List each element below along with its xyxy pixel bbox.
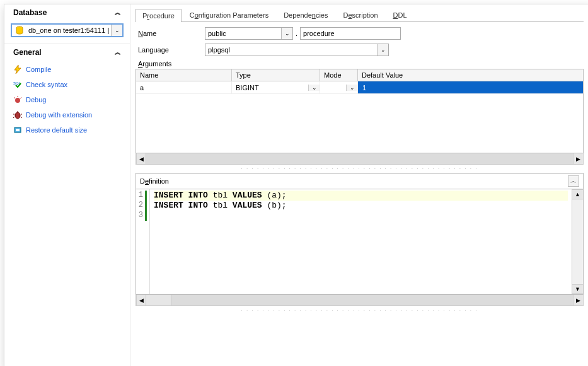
args-horizontal-scrollbar[interactable]: ◀ ▶ xyxy=(135,153,584,165)
sidebar-section-general[interactable]: General ︽ xyxy=(4,44,130,61)
definition-label: Definition xyxy=(140,177,169,185)
arg-cell-type[interactable]: BIGINT ⌄ xyxy=(232,81,320,93)
arg-cell-name[interactable]: a xyxy=(136,81,232,93)
col-header-mode[interactable]: Mode xyxy=(320,69,358,81)
nav-item-label: Check syntax xyxy=(26,81,67,88)
dropdown-icon[interactable]: ⌄ xyxy=(308,85,320,91)
arg-cell-mode[interactable]: ⌄ xyxy=(320,81,358,93)
tab-dependencies[interactable]: Dependencies xyxy=(277,8,335,21)
nav-item-label: Debug with extension xyxy=(26,111,92,119)
svg-rect-5 xyxy=(16,129,20,131)
col-header-name[interactable]: Name xyxy=(136,69,232,81)
nav-item-debug-extension[interactable]: Debug with extension xyxy=(9,107,125,122)
database-combo[interactable]: db_one on tester1:54111 | ⌄ xyxy=(11,23,124,37)
collapse-icon[interactable]: ︽ xyxy=(115,48,121,57)
language-combo[interactable]: plpgsql ⌄ xyxy=(205,44,389,56)
nav-item-check-syntax[interactable]: SQL Check syntax xyxy=(9,77,125,92)
form-row-arguments-label: Arguments xyxy=(135,60,584,68)
name-input[interactable] xyxy=(300,27,401,40)
dropdown-icon[interactable]: ⌄ xyxy=(377,44,388,56)
code-line[interactable] xyxy=(154,211,568,221)
dropdown-icon[interactable]: ⌄ xyxy=(346,85,357,91)
tab-description[interactable]: Description xyxy=(336,8,384,21)
bug-icon xyxy=(12,110,23,120)
database-icon xyxy=(14,25,25,35)
bolt-icon xyxy=(12,64,23,74)
nav-item-label: Compile xyxy=(26,66,51,73)
editor-gutter: 1 2 3 xyxy=(136,189,150,294)
editor-horizontal-scrollbar[interactable]: ◀ ▶ xyxy=(135,295,584,306)
line-number: 2 xyxy=(136,201,147,211)
nav-item-compile[interactable]: Compile xyxy=(9,62,125,77)
nav-item-label: Debug xyxy=(26,96,46,103)
arguments-grid-header: Name Type Mode Default Value xyxy=(136,69,583,81)
restore-size-icon xyxy=(12,125,23,135)
scroll-thumb[interactable] xyxy=(146,295,171,305)
code-line[interactable]: INSERT INTO tbl VALUES (a); xyxy=(154,191,568,201)
debug-icon xyxy=(12,95,23,105)
nav-item-restore-size[interactable]: Restore default size xyxy=(9,122,125,138)
line-number: 1 xyxy=(136,191,147,201)
collapse-up-icon[interactable]: ︿ xyxy=(568,175,579,187)
definition-header: Definition ︿ xyxy=(135,173,584,189)
sql-editor[interactable]: 1 2 3 INSERT INTO tbl VALUES (a); INSERT… xyxy=(135,189,584,295)
check-syntax-icon: SQL xyxy=(12,80,23,90)
svg-point-3 xyxy=(15,112,20,119)
nav-item-label: Restore default size xyxy=(26,126,87,134)
scroll-left-icon[interactable]: ◀ xyxy=(136,153,146,164)
tab-config-params[interactable]: Configuration Parameters xyxy=(183,8,275,21)
language-value: plpgsql xyxy=(208,46,230,54)
scroll-left-icon[interactable]: ◀ xyxy=(136,295,146,305)
tab-bar: Procedure Configuration Parameters Depen… xyxy=(135,8,584,22)
scroll-right-icon[interactable]: ▶ xyxy=(573,153,583,164)
arg-cell-default[interactable]: 1 xyxy=(358,81,583,93)
arguments-row[interactable]: a BIGINT ⌄ ⌄ 1 xyxy=(136,81,583,94)
sidebar-section-database[interactable]: Database ︽ xyxy=(4,4,130,21)
name-label: Name xyxy=(135,30,205,37)
main-panel: Procedure Configuration Parameters Depen… xyxy=(130,4,588,366)
nav-item-debug[interactable]: Debug xyxy=(9,92,125,107)
schema-combo[interactable]: public ⌄ xyxy=(205,27,293,40)
scroll-track[interactable] xyxy=(146,295,573,305)
tab-ddl[interactable]: DDL xyxy=(386,8,414,21)
dot-separator: . xyxy=(293,30,300,37)
arguments-label: Arguments xyxy=(135,60,205,68)
svg-point-2 xyxy=(15,98,20,103)
database-combo-wrap: db_one on tester1:54111 | ⌄ xyxy=(4,21,130,44)
scroll-up-icon[interactable]: ▲ xyxy=(572,189,583,199)
editor-vertical-scrollbar[interactable]: ▲ ▼ xyxy=(572,189,583,294)
scroll-track[interactable] xyxy=(146,153,573,164)
language-label: Language xyxy=(135,46,205,54)
form-row-language: Language plpgsql ⌄ xyxy=(135,44,584,56)
arguments-grid: Name Type Mode Default Value a BIGINT ⌄ … xyxy=(135,69,584,153)
arguments-wrapper: Name Type Mode Default Value a BIGINT ⌄ … xyxy=(135,69,584,362)
database-combo-text: db_one on tester1:54111 | xyxy=(27,27,111,34)
tab-procedure[interactable]: Procedure xyxy=(135,9,182,22)
editor-code[interactable]: INSERT INTO tbl VALUES (a); INSERT INTO … xyxy=(150,189,572,294)
collapse-icon[interactable]: ︽ xyxy=(115,8,121,17)
col-header-type[interactable]: Type xyxy=(232,69,320,81)
nav-list: Compile SQL Check syntax Debug Debug wit… xyxy=(4,61,130,139)
form-row-name: Name public ⌄ . xyxy=(135,27,584,40)
schema-value: public xyxy=(208,30,226,37)
splitter-handle[interactable]: · · · · · · · · · · · · · · · · · · · · … xyxy=(135,306,584,314)
code-line[interactable]: INSERT INTO tbl VALUES (b); xyxy=(154,201,568,211)
dropdown-icon[interactable]: ⌄ xyxy=(111,25,122,36)
sidebar-section-label: General xyxy=(13,48,42,57)
dropdown-icon[interactable]: ⌄ xyxy=(281,28,292,39)
splitter-handle[interactable]: · · · · · · · · · · · · · · · · · · · · … xyxy=(135,165,584,173)
sidebar-section-label: Database xyxy=(13,8,47,17)
sidebar: Database ︽ db_one on tester1:54111 | ⌄ G… xyxy=(4,4,130,366)
scroll-down-icon[interactable]: ▼ xyxy=(572,284,583,294)
line-number: 3 xyxy=(136,211,147,221)
scroll-right-icon[interactable]: ▶ xyxy=(573,295,583,305)
col-header-default[interactable]: Default Value xyxy=(358,69,583,81)
app-window: Database ︽ db_one on tester1:54111 | ⌄ G… xyxy=(4,4,588,366)
